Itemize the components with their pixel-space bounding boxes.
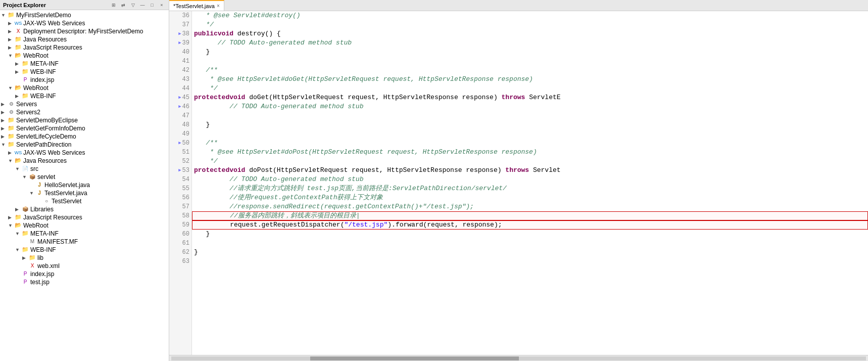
tree-item-servers2[interactable]: ▶⚙Servers2 <box>0 108 169 116</box>
tree-item-js-res-2[interactable]: ▶📁JavaScript Resources <box>0 213 169 221</box>
code-line-49[interactable] <box>192 129 868 139</box>
tree-item-java-res-1[interactable]: ▶📁Java Resources <box>0 35 169 43</box>
close-button[interactable]: × <box>158 2 166 9</box>
code-line-51[interactable]: * @see HttpServlet#doPost(HttpServletReq… <box>192 148 868 157</box>
tree-icon: 📁 <box>7 117 15 124</box>
tree-arrow: ▶ <box>8 21 14 26</box>
code-line-63[interactable] <box>192 257 868 266</box>
line-number-text: 53 <box>182 166 189 175</box>
tree-item-meta-inf-1[interactable]: ▶📁META-INF <box>0 60 169 68</box>
tree-icon: ⚙ <box>7 109 15 116</box>
tree-item-index-jsp-3[interactable]: Pindex.jsp <box>0 270 169 278</box>
project-explorer-toolbar: ⊞ ⇄ ▽ — □ × <box>110 2 166 9</box>
tree-item-test-servlet-java[interactable]: ▼JTestServlet.java <box>0 189 169 197</box>
code-line-36[interactable]: * @see Servlet#destroy() <box>192 11 868 20</box>
tree-item-deployment-1[interactable]: ▶XDeployment Descriptor: MyFirstServletD… <box>0 27 169 35</box>
code-line-56[interactable]: //使用request.getContextPath获得上下文对象 <box>192 193 868 202</box>
tree-item-test-jsp[interactable]: Ptest.jsp <box>0 278 169 286</box>
tree-item-js-res-1[interactable]: ▶📁JavaScript Resources <box>0 43 169 52</box>
tree-item-webroot-3[interactable]: ▼📂WebRoot <box>0 221 169 230</box>
line-number-text: 55 <box>182 184 189 193</box>
view-menu-button[interactable]: ▽ <box>129 2 137 9</box>
tree-item-web-xml[interactable]: Xweb.xml <box>0 262 169 270</box>
bookmark-arrow: ▶ <box>178 166 181 175</box>
code-line-38[interactable]: public void destroy() { <box>192 29 868 38</box>
line-number-text: 49 <box>182 129 189 139</box>
tree-item-manifest[interactable]: MMANIFEST.MF <box>0 238 169 246</box>
code-line-52[interactable]: */ <box>192 157 868 166</box>
code-line-54[interactable]: // TODO Auto-generated method stub <box>192 175 868 184</box>
tree-item-servlet-pkg[interactable]: ▼📦servlet <box>0 173 169 181</box>
line-num-37: 37 <box>169 20 191 29</box>
tree-label: Java Resources <box>23 157 67 164</box>
line-number-text: 61 <box>182 239 189 248</box>
line-number-text: 59 <box>182 220 189 230</box>
tree-item-servers[interactable]: ▶⚙Servers <box>0 100 169 108</box>
line-number-text: 46 <box>182 102 189 111</box>
code-line-62[interactable]: } <box>192 248 868 257</box>
line-number-text: 51 <box>182 148 189 157</box>
code-line-59[interactable]: request.getRequestDispatcher("/test.jsp"… <box>192 220 868 230</box>
tree-item-meta-inf-3[interactable]: ▼📁META-INF <box>0 230 169 238</box>
code-line-57[interactable]: //response.sendRedirect(request.getConte… <box>192 202 868 211</box>
tree-label: index.jsp <box>30 270 54 278</box>
minimize-button[interactable]: — <box>138 2 147 9</box>
code-line-44[interactable]: */ <box>192 84 868 93</box>
code-line-41[interactable] <box>192 57 868 66</box>
tree-icon: 📁 <box>21 246 29 253</box>
tree-icon: 📁 <box>28 254 36 261</box>
tree-icon: 📁 <box>21 68 29 75</box>
code-line-47[interactable] <box>192 111 868 120</box>
tree-label: TestServlet <box>52 198 81 205</box>
tab-close-icon[interactable]: × <box>217 3 220 9</box>
tree-item-src[interactable]: ▼📄src <box>0 165 169 173</box>
tree-item-myFirstServletDemo[interactable]: ▼📁MyFirstServletDemo <box>0 11 169 19</box>
code-line-53[interactable]: protected void doPost(HttpServletRequest… <box>192 166 868 175</box>
horizontal-scrollbar[interactable] <box>169 355 868 361</box>
code-line-50[interactable]: /** <box>192 139 868 148</box>
tree-item-jax-ws-2[interactable]: ▶WSJAX-WS Web Services <box>0 149 169 157</box>
tree-arrow: ▼ <box>8 223 14 228</box>
code-line-37[interactable]: */ <box>192 20 868 29</box>
tree-item-servlet-path[interactable]: ▼📁ServletPathDirection <box>0 141 169 149</box>
tree-item-servlet-form[interactable]: ▶📁ServletGetFormInfoDemo <box>0 124 169 132</box>
tree-arrow: ▶ <box>8 29 14 34</box>
code-area[interactable]: * @see Servlet#destroy() */ public void … <box>192 11 868 355</box>
tree-item-web-inf-3[interactable]: ▼📁WEB-INF <box>0 246 169 254</box>
line-numbers: 3637▶38▶394041424344▶45▶46474849▶505152▶… <box>169 11 192 355</box>
tree-item-web-inf-1[interactable]: ▶📁WEB-INF <box>0 68 169 76</box>
tree-item-web-inf-2[interactable]: ▶📁WEB-INF <box>0 92 169 100</box>
code-line-45[interactable]: protected void doGet(HttpServletRequest … <box>192 93 868 102</box>
tree-item-test-servlet-class[interactable]: ○TestServlet <box>0 197 169 205</box>
line-num-39: ▶39 <box>169 38 191 48</box>
tree-item-lib-folder[interactable]: ▶📁lib <box>0 254 169 262</box>
line-number-text: 45 <box>182 93 189 102</box>
code-line-58[interactable]: //服务器内部跳转，斜线表示项目的根目录| <box>192 211 868 220</box>
scrollbar-thumb[interactable] <box>310 356 519 360</box>
code-line-61[interactable] <box>192 239 868 248</box>
tree-label: JavaScript Resources <box>23 214 82 221</box>
code-line-60[interactable]: } <box>192 230 868 239</box>
link-editor-button[interactable]: ⇄ <box>119 2 127 9</box>
tree-item-jax-ws-1[interactable]: ▶WSJAX-WS Web Services <box>0 19 169 27</box>
tree-item-servlet-demo[interactable]: ▶📁ServletDemoByEclipse <box>0 116 169 124</box>
tree-item-webroot-2[interactable]: ▼📂WebRoot <box>0 84 169 92</box>
line-num-41: 41 <box>169 57 191 66</box>
tree-item-index-jsp-1[interactable]: Pindex.jsp <box>0 76 169 84</box>
tree-item-java-res-2[interactable]: ▼📂Java Resources <box>0 157 169 165</box>
test-servlet-tab[interactable]: *TestServlet.java × <box>169 0 224 11</box>
tree-item-libraries[interactable]: ▶📦Libraries <box>0 205 169 213</box>
tree-item-webroot-1[interactable]: ▼📂WebRoot <box>0 52 169 60</box>
code-line-39[interactable]: // TODO Auto-generated method stub <box>192 38 868 48</box>
line-number-text: 58 <box>182 211 189 220</box>
tree-item-servlet-life[interactable]: ▶📁ServletLifeCycleDemo <box>0 132 169 141</box>
code-line-48[interactable]: } <box>192 120 868 129</box>
code-line-40[interactable]: } <box>192 48 868 57</box>
tree-item-hello-servlet[interactable]: JHelloServlet.java <box>0 181 169 189</box>
code-line-42[interactable]: /** <box>192 66 868 75</box>
code-line-43[interactable]: * @see HttpServlet#doGet(HttpServletRequ… <box>192 75 868 84</box>
code-line-55[interactable]: //请求重定向方式跳转到 test.jsp页面,当前路径是:ServletPat… <box>192 184 868 193</box>
maximize-button[interactable]: □ <box>148 2 156 9</box>
collapse-all-button[interactable]: ⊞ <box>110 2 118 9</box>
code-line-46[interactable]: // TODO Auto-generated method stub <box>192 102 868 111</box>
